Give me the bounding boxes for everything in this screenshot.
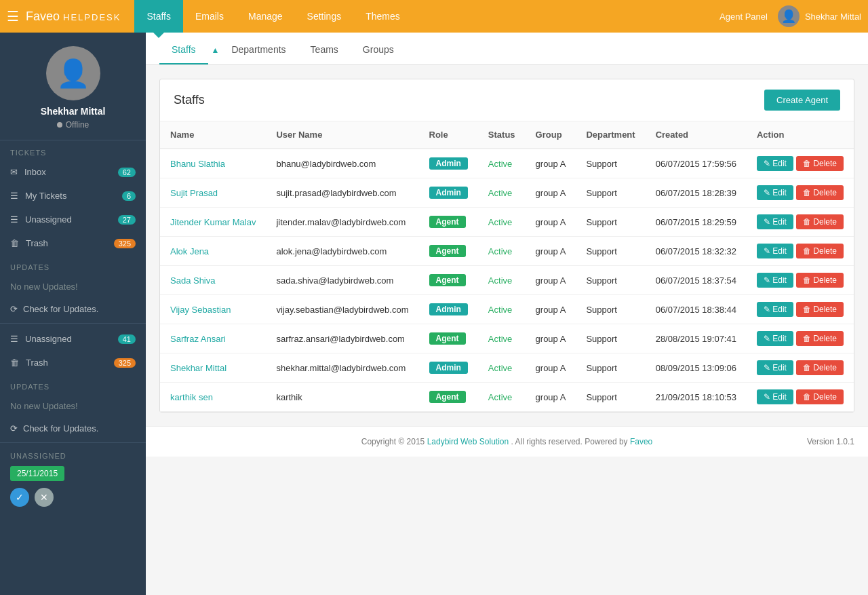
faveo-link[interactable]: Faveo xyxy=(630,437,652,446)
company-link[interactable]: Ladybird Web Solution xyxy=(427,437,509,446)
name-link-1[interactable]: Sujit Prasad xyxy=(170,188,218,198)
cell-name-1: Sujit Prasad xyxy=(160,178,266,208)
edit-btn-6[interactable]: ✎ Edit xyxy=(757,331,793,346)
notification-actions: ✓ ✕ xyxy=(0,484,146,510)
notif-dismiss-btn[interactable]: ✕ xyxy=(35,488,54,507)
cell-role-6: Agent xyxy=(419,324,478,353)
edit-btn-0[interactable]: ✎ Edit xyxy=(757,156,793,171)
cell-username-2: jitender.malav@ladybirdweb.com xyxy=(266,208,418,237)
tab-teams[interactable]: Teams xyxy=(298,36,351,64)
delete-btn-0[interactable]: 🗑 Delete xyxy=(796,156,844,171)
sidebar-item-trash-2[interactable]: 🗑 Trash 325 xyxy=(0,351,146,375)
tab-staffs[interactable]: Staffs xyxy=(159,36,208,64)
sidebar-profile: 👤 Shekhar Mittal Offline xyxy=(0,33,146,140)
cell-group-2: group A xyxy=(526,208,576,237)
sidebar-trash2-label: Trash xyxy=(26,358,48,368)
delete-btn-5[interactable]: 🗑 Delete xyxy=(796,302,844,317)
nav-item-manage[interactable]: Manage xyxy=(236,0,295,33)
delete-btn-3[interactable]: 🗑 Delete xyxy=(796,244,844,258)
cell-status-0: Active xyxy=(478,149,526,178)
notif-approve-btn[interactable]: ✓ xyxy=(10,488,29,507)
refresh2-icon: ⟳ xyxy=(10,423,18,434)
sidebar-unassigned-label: Unassigned xyxy=(25,214,72,225)
sidebar-divider-2 xyxy=(0,442,146,443)
no-updates2-label: No new Updates! xyxy=(0,394,146,418)
nav-item-staffs[interactable]: Staffs xyxy=(134,0,183,33)
table-row: Vijay Sebastian vijay.sebastian@ladybird… xyxy=(160,295,854,324)
tickets-section-label: TICKETS xyxy=(0,140,146,160)
no-updates-label: No new Updates! xyxy=(0,275,146,299)
sidebar-inbox-label: Inbox xyxy=(24,167,46,177)
name-link-2[interactable]: Jitender Kumar Malav xyxy=(170,217,256,227)
name-link-8[interactable]: karthik sen xyxy=(170,392,213,402)
cell-action-2: ✎ Edit 🗑 Delete xyxy=(747,208,854,237)
agent-panel-link[interactable]: Agent Panel xyxy=(719,12,768,22)
name-link-5[interactable]: Vijay Sebastian xyxy=(170,305,231,315)
cell-status-7: Active xyxy=(478,353,526,383)
table-row: Bhanu Slathia bhanu@ladybirdweb.com Admi… xyxy=(160,149,854,178)
tab-groups[interactable]: Groups xyxy=(351,36,406,64)
cell-role-7: Admin xyxy=(419,353,478,383)
hamburger-icon[interactable]: ☰ xyxy=(7,8,19,24)
status-value-7: Active xyxy=(488,363,512,373)
edit-btn-1[interactable]: ✎ Edit xyxy=(757,185,793,200)
delete-btn-8[interactable]: 🗑 Delete xyxy=(796,389,844,404)
cell-department-8: Support xyxy=(576,383,645,412)
mytickets-badge: 6 xyxy=(122,191,136,201)
user-avatar-top: 👤 xyxy=(778,5,800,27)
col-created: Created xyxy=(646,121,747,149)
check-updates2-btn[interactable]: ⟳ Check for Updates. xyxy=(0,418,146,439)
edit-btn-2[interactable]: ✎ Edit xyxy=(757,214,793,229)
sidebar-username: Shekhar Mittal xyxy=(41,106,106,117)
sidebar-item-unassigned[interactable]: ☰ Unassigned 27 xyxy=(0,208,146,231)
edit-btn-5[interactable]: ✎ Edit xyxy=(757,302,793,317)
cell-username-8: karthik xyxy=(266,383,418,412)
cell-action-1: ✎ Edit 🗑 Delete xyxy=(747,178,854,208)
sub-tabs: Staffs ▲ Departments Teams Groups xyxy=(146,33,868,65)
sidebar-item-unassigned-2[interactable]: ☰ Unassigned 41 xyxy=(0,327,146,351)
cell-username-5: vijay.sebastian@ladybirdweb.com xyxy=(266,295,418,324)
cell-role-0: Admin xyxy=(419,149,478,178)
cell-group-4: group A xyxy=(526,266,576,295)
delete-btn-1[interactable]: 🗑 Delete xyxy=(796,185,844,200)
nav-item-emails[interactable]: Emails xyxy=(183,0,236,33)
staffs-title: Staffs xyxy=(174,93,205,107)
sidebar-trash-label: Trash xyxy=(26,238,48,248)
name-link-7[interactable]: Shekhar Mittal xyxy=(170,363,226,373)
edit-btn-8[interactable]: ✎ Edit xyxy=(757,389,793,404)
cell-department-5: Support xyxy=(576,295,645,324)
name-link-0[interactable]: Bhanu Slathia xyxy=(170,159,225,169)
cell-group-6: group A xyxy=(526,324,576,353)
name-link-6[interactable]: Sarfraz Ansari xyxy=(170,334,226,344)
sidebar-item-inbox[interactable]: ✉ Inbox 62 xyxy=(0,160,146,184)
edit-btn-4[interactable]: ✎ Edit xyxy=(757,273,793,288)
delete-btn-6[interactable]: 🗑 Delete xyxy=(796,331,844,346)
create-agent-button[interactable]: Create Agent xyxy=(764,90,840,111)
role-badge-6: Agent xyxy=(429,332,466,345)
tab-departments[interactable]: Departments xyxy=(219,36,298,64)
sidebar-item-trash[interactable]: 🗑 Trash 325 xyxy=(0,231,146,255)
cell-status-2: Active xyxy=(478,208,526,237)
col-username: User Name xyxy=(266,121,418,149)
cell-group-3: group A xyxy=(526,237,576,266)
name-link-3[interactable]: Alok Jena xyxy=(170,246,209,256)
edit-btn-3[interactable]: ✎ Edit xyxy=(757,244,793,258)
name-link-4[interactable]: Sada Shiva xyxy=(170,275,216,286)
unassigned-icon: ☰ xyxy=(10,214,18,225)
nav-item-themes[interactable]: Themes xyxy=(353,0,412,33)
check-updates-btn[interactable]: ⟳ Check for Updates. xyxy=(0,299,146,320)
delete-btn-7[interactable]: 🗑 Delete xyxy=(796,360,844,375)
nav-item-settings[interactable]: Settings xyxy=(295,0,354,33)
delete-btn-2[interactable]: 🗑 Delete xyxy=(796,214,844,229)
cell-username-0: bhanu@ladybirdweb.com xyxy=(266,149,418,178)
edit-btn-7[interactable]: ✎ Edit xyxy=(757,360,793,375)
sidebar-item-my-tickets[interactable]: ☰ My Tickets 6 xyxy=(0,184,146,208)
cell-name-2: Jitender Kumar Malav xyxy=(160,208,266,237)
cell-created-0: 06/07/2015 17:59:56 xyxy=(646,149,747,178)
cell-created-8: 21/09/2015 18:10:53 xyxy=(646,383,747,412)
delete-btn-4[interactable]: 🗑 Delete xyxy=(796,273,844,288)
action-btns-3: ✎ Edit 🗑 Delete xyxy=(757,244,844,258)
cell-created-1: 06/07/2015 18:28:39 xyxy=(646,178,747,208)
user-info[interactable]: 👤 Shekhar Mittal xyxy=(778,5,861,27)
cell-group-0: group A xyxy=(526,149,576,178)
